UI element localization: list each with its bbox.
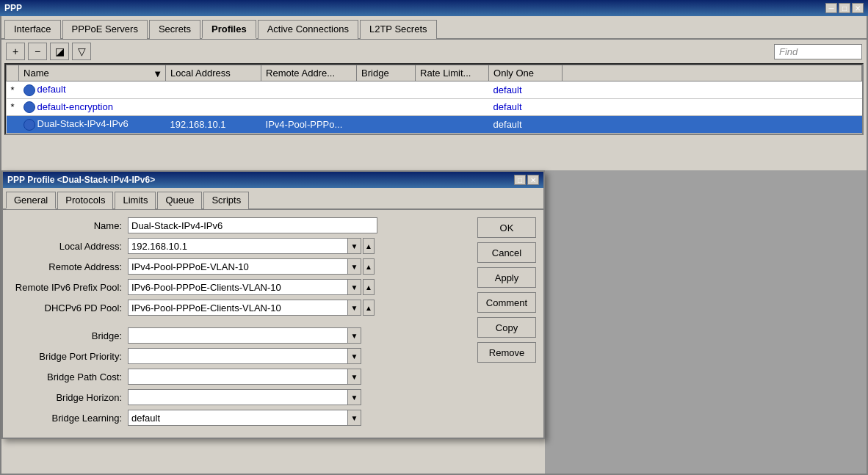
tab-pppoe-servers[interactable]: PPPoE Servers <box>62 20 148 39</box>
table-row[interactable]: Dual-Stack-IPv4-IPv6 192.168.10.1 IPv4-P… <box>7 116 862 134</box>
form-row-dhcpv6: DHCPv6 PD Pool: ▼ ▲ <box>10 300 470 316</box>
bridge-path-cost-dropdown[interactable]: ▼ <box>348 369 361 385</box>
profile-dialog: PPP Profile <Dual-Stack-IPv4-IPv6> □ ✕ G… <box>1 170 545 439</box>
row-name[interactable]: Dual-Stack-IPv4-IPv6 <box>19 116 166 134</box>
table-header-row: Name▼ Local Address Remote Addre... Brid… <box>7 65 862 81</box>
close-button[interactable]: ✕ <box>852 3 864 13</box>
tab-interface[interactable]: Interface <box>4 20 61 39</box>
form-row-bridge-path-cost: Bridge Path Cost: ▼ <box>10 369 470 385</box>
row-local-address <box>166 81 261 99</box>
form-row-bridge-learning: Bridge Learning: ▼ <box>10 410 470 426</box>
row-star: * <box>7 98 19 116</box>
remote-ipv6-up[interactable]: ▲ <box>363 279 375 295</box>
remote-address-up[interactable]: ▲ <box>363 258 375 275</box>
tab-l2tp-secrets[interactable]: L2TP Secrets <box>360 20 437 39</box>
copy-button[interactable]: Copy <box>477 317 536 338</box>
col-bridge[interactable]: Bridge <box>357 65 416 81</box>
local-address-up[interactable]: ▲ <box>363 238 375 254</box>
bridge-learning-input[interactable] <box>128 410 348 426</box>
row-bridge <box>357 116 416 134</box>
bridge-path-cost-input[interactable] <box>128 369 348 385</box>
table-row[interactable]: * default-encryption default <box>7 98 862 116</box>
toolbar: + − ◪ ▽ Find <box>1 40 867 63</box>
bridge-port-priority-label: Bridge Port Priority: <box>10 351 128 362</box>
name-input[interactable] <box>128 217 377 233</box>
local-address-group: ▼ ▲ <box>128 238 375 254</box>
dhcpv6-up[interactable]: ▲ <box>363 300 375 316</box>
dialog-tab-limits[interactable]: Limits <box>115 192 156 209</box>
edit-button[interactable]: ◪ <box>50 43 69 60</box>
bridge-horizon-input[interactable] <box>128 389 348 405</box>
bridge-horizon-group: ▼ <box>128 389 361 405</box>
bridge-path-cost-label: Bridge Path Cost: <box>10 371 128 382</box>
gray-area <box>545 170 867 474</box>
remove-button[interactable]: − <box>28 43 47 60</box>
row-name[interactable]: default-encryption <box>19 98 166 116</box>
col-name[interactable]: Name▼ <box>19 65 166 81</box>
col-only-one[interactable]: Only One <box>489 65 563 81</box>
title-bar: PPP ─ □ ✕ <box>0 0 868 16</box>
minimize-button[interactable]: ─ <box>825 3 837 13</box>
bridge-input[interactable] <box>128 327 348 344</box>
remote-address-group: ▼ ▲ <box>128 258 375 275</box>
dialog-tab-general[interactable]: General <box>6 192 56 209</box>
dialog-tab-queue[interactable]: Queue <box>157 192 202 209</box>
row-rate-limit <box>416 116 489 134</box>
bridge-horizon-dropdown[interactable]: ▼ <box>348 389 361 405</box>
remote-address-label: Remote Address: <box>10 261 128 272</box>
filter-button[interactable]: ▽ <box>72 43 91 60</box>
tab-profiles[interactable]: Profiles <box>202 20 256 39</box>
remote-address-input[interactable] <box>128 258 348 275</box>
dialog-close-button[interactable]: ✕ <box>527 175 539 185</box>
bridge-learning-label: Bridge Learning: <box>10 413 128 424</box>
dialog-maximize-button[interactable]: □ <box>514 175 526 185</box>
find-input[interactable]: Find <box>774 44 862 59</box>
col-extra <box>563 65 862 81</box>
main-window: Interface PPPoE Servers Secrets Profiles… <box>0 16 868 475</box>
remote-ipv6-input[interactable] <box>128 279 348 295</box>
row-name[interactable]: default <box>19 81 166 99</box>
comment-button[interactable]: Comment <box>477 292 536 313</box>
maximize-button[interactable]: □ <box>839 3 850 13</box>
dhcpv6-group: ▼ ▲ <box>128 300 375 316</box>
tab-secrets[interactable]: Secrets <box>149 20 200 39</box>
bridge-label: Bridge: <box>10 330 128 341</box>
dialog-tab-protocols[interactable]: Protocols <box>57 192 113 209</box>
row-bridge <box>357 98 416 116</box>
col-rate-limit[interactable]: Rate Limit... <box>416 65 489 81</box>
ok-button[interactable]: OK <box>477 217 536 238</box>
bridge-learning-dropdown[interactable]: ▼ <box>348 410 361 426</box>
row-extra <box>563 81 862 99</box>
bridge-group: ▼ <box>128 327 361 344</box>
remote-ipv6-dropdown[interactable]: ▼ <box>348 279 361 295</box>
tab-active-connections[interactable]: Active Connections <box>258 20 358 39</box>
remote-address-dropdown[interactable]: ▼ <box>348 258 361 275</box>
cancel-button[interactable]: Cancel <box>477 242 536 263</box>
form-row-bridge-port-priority: Bridge Port Priority: ▼ <box>10 348 470 364</box>
dhcpv6-dropdown[interactable]: ▼ <box>348 300 361 316</box>
dialog-tab-scripts[interactable]: Scripts <box>203 192 249 209</box>
local-address-dropdown[interactable]: ▼ <box>348 238 361 254</box>
bridge-horizon-label: Bridge Horizon: <box>10 392 128 403</box>
bridge-port-priority-dropdown[interactable]: ▼ <box>348 348 361 364</box>
dhcpv6-input[interactable] <box>128 300 348 316</box>
row-extra <box>563 116 862 134</box>
local-address-input[interactable] <box>128 238 348 254</box>
form-row-remote-address: Remote Address: ▼ ▲ <box>10 258 470 275</box>
row-only-one: default <box>489 116 563 134</box>
dhcpv6-label: DHCPv6 PD Pool: <box>10 302 128 313</box>
remote-ipv6-label: Remote IPv6 Prefix Pool: <box>10 282 128 293</box>
row-star <box>7 116 19 134</box>
form-row-local-address: Local Address: ▼ ▲ <box>10 238 470 254</box>
remove-button[interactable]: Remove <box>477 342 536 363</box>
apply-button[interactable]: Apply <box>477 267 536 288</box>
bridge-learning-group: ▼ <box>128 410 361 426</box>
add-button[interactable]: + <box>6 43 25 60</box>
col-local-address[interactable]: Local Address <box>166 65 261 81</box>
bridge-port-priority-input[interactable] <box>128 348 348 364</box>
bridge-dropdown[interactable]: ▼ <box>348 327 361 344</box>
col-remote-address[interactable]: Remote Addre... <box>261 65 357 81</box>
row-local-address: 192.168.10.1 <box>166 116 261 134</box>
table-row[interactable]: * default default <box>7 81 862 99</box>
row-bridge <box>357 81 416 99</box>
